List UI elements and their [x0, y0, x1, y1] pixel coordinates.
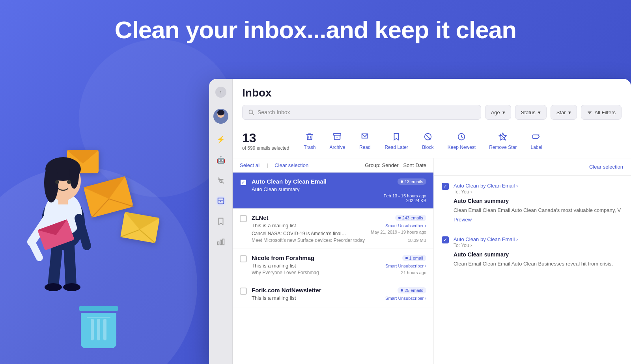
search-icon — [248, 109, 254, 115]
group-meta-zlnet: 18.39 MB — [408, 238, 426, 243]
group-preview-zlnet: Meet Microsoft's new Surface devices: Pr… — [252, 238, 365, 243]
detail-preview-link-1[interactable]: Preview — [442, 217, 623, 223]
keep-newest-icon — [457, 132, 466, 143]
svg-point-32 — [215, 118, 226, 124]
clear-selection-btn[interactable]: Clear selection — [274, 162, 308, 168]
group-sender-name-nicole: Nicole from Forshmag — [252, 254, 314, 261]
group-unsubscribe-zlnet[interactable]: Smart Unsubscriber › — [385, 223, 426, 228]
sidebar: › ⚡ 🤖 — [209, 79, 233, 364]
detail-panel-header: Clear selection — [434, 158, 631, 176]
group-by-btn[interactable]: Group: Sender — [365, 162, 398, 168]
email-group-zlnet[interactable]: ZLNet 243 emails This is a mailing list … — [233, 209, 433, 249]
archive-action-btn[interactable]: Archive — [324, 129, 351, 153]
email-list-area: Select all | Clear selection Group: Send… — [233, 158, 631, 364]
group-checkbox-forik[interactable] — [240, 288, 247, 295]
group-sender-name: Auto Clean by Clean Email — [252, 178, 327, 185]
user-avatar[interactable] — [213, 109, 228, 124]
svg-point-29 — [55, 180, 59, 184]
status-filter-btn[interactable]: Status ▾ — [515, 105, 547, 120]
read-later-icon — [392, 132, 401, 143]
sidebar-icon-bookmark[interactable] — [216, 217, 226, 226]
group-preview-nicole: Why Everyone Loves Forshmag — [252, 270, 319, 275]
detail-email-item-2: ✓ Auto Clean by Clean Email › To: You › … — [434, 229, 631, 275]
group-sender-name-forik: Forik.com NotNewsletter — [252, 287, 321, 293]
selected-number: 13 — [242, 132, 289, 144]
group-email-count-zlnet: 243 emails — [395, 215, 426, 221]
list-controls: Select all | Clear selection Group: Send… — [233, 158, 433, 173]
email-group-nicole[interactable]: Nicole from Forshmag 1 email This is a m… — [233, 249, 433, 281]
svg-point-25 — [45, 283, 62, 291]
detail-to-1: To: You › — [454, 189, 623, 195]
sidebar-icon-auto[interactable]: 🤖 — [216, 155, 226, 165]
group-unsubscribe-forik[interactable]: Smart Unsubscriber › — [385, 296, 426, 301]
group-sender-name-zlnet: ZLNet — [252, 214, 269, 221]
group-unsubscribe-nicole[interactable]: Smart Unsubscriber › — [385, 264, 426, 268]
person-illustration — [0, 57, 205, 364]
trash-action-btn[interactable]: Trash — [298, 129, 321, 153]
svg-point-33 — [217, 110, 224, 115]
search-row: Search Inbox Age ▾ Status ▾ Star ▾ — [242, 105, 622, 120]
search-bar[interactable]: Search Inbox — [242, 105, 481, 120]
email-groups-panel: Select all | Clear selection Group: Send… — [233, 158, 434, 364]
age-filter-btn[interactable]: Age ▾ — [485, 105, 511, 120]
sidebar-toggle-btn[interactable]: › — [215, 87, 226, 98]
svg-line-22 — [79, 218, 87, 246]
sidebar-icon-mute[interactable] — [216, 176, 226, 185]
inbox-title: Inbox — [242, 87, 622, 99]
svg-rect-35 — [217, 242, 219, 245]
archive-icon — [333, 132, 342, 143]
read-later-action-btn[interactable]: Read Later — [379, 129, 413, 153]
remove-star-action-btn[interactable]: Remove Star — [484, 129, 522, 153]
detail-sender-name-2[interactable]: Auto Clean by Clean Email › — [454, 236, 518, 242]
group-subject-nicole: This is a mailing list — [252, 263, 296, 269]
sidebar-icon-flash[interactable]: ⚡ — [216, 135, 226, 144]
svg-line-21 — [32, 242, 39, 258]
svg-line-23 — [53, 246, 57, 285]
svg-rect-43 — [334, 134, 341, 136]
label-icon — [532, 132, 541, 143]
group-subject: Auto Clean summary — [252, 186, 299, 192]
search-placeholder: Search Inbox — [258, 109, 290, 115]
detail-clear-selection-btn[interactable]: Clear selection — [589, 164, 623, 170]
block-action-btn[interactable]: Block — [416, 129, 440, 153]
detail-subject-1: Auto Clean summary — [442, 198, 623, 204]
main-content: Inbox Search Inbox Age ▾ Status ▾ — [233, 79, 631, 364]
svg-line-46 — [425, 134, 431, 139]
svg-point-18 — [69, 161, 79, 189]
detail-checkbox-2[interactable]: ✓ — [442, 236, 449, 243]
detail-email-item-1: ✓ Auto Clean by Clean Email › To: You › … — [434, 176, 631, 229]
read-action-btn[interactable]: Read — [353, 129, 377, 153]
sidebar-icon-stats[interactable] — [216, 237, 226, 247]
svg-line-24 — [69, 246, 71, 285]
email-group-forik[interactable]: Forik.com NotNewsletter 25 emails This i… — [233, 281, 433, 308]
remove-star-icon — [498, 132, 507, 143]
group-checkbox-nicole[interactable] — [240, 255, 247, 262]
svg-point-30 — [67, 180, 71, 184]
email-detail-panel: Clear selection ✓ Auto Clean by Clean Em… — [434, 158, 631, 364]
svg-rect-36 — [220, 240, 222, 245]
svg-line-39 — [252, 113, 254, 115]
select-all-btn[interactable]: Select all — [240, 162, 261, 168]
sort-by-btn[interactable]: Sort: Date — [403, 162, 426, 168]
action-toolbar: 13 of 699 emails selected Trash Archive — [233, 125, 631, 158]
label-action-btn[interactable]: Label — [525, 129, 548, 153]
keep-newest-action-btn[interactable]: Keep Newest — [442, 129, 481, 153]
svg-point-38 — [249, 110, 253, 114]
selected-label: of 699 emails selected — [242, 145, 289, 151]
star-filter-btn[interactable]: Star ▾ — [551, 105, 577, 120]
group-meta: Feb 13 - 15 hours ago 202.24 KB — [384, 193, 426, 203]
group-checkbox-zlnet[interactable] — [240, 215, 247, 222]
group-meta-nicole: 21 hours ago — [401, 270, 426, 275]
svg-rect-19 — [58, 197, 68, 204]
group-checkbox-auto-clean[interactable]: ✓ — [240, 179, 247, 186]
all-filters-btn[interactable]: All Filters — [581, 105, 622, 120]
detail-subject-2: Auto Clean summary — [442, 251, 623, 258]
detail-sender-name-1[interactable]: Auto Clean by Clean Email › — [454, 183, 518, 189]
email-group-auto-clean[interactable]: ✓ Auto Clean by Clean Email 13 emails Au… — [233, 173, 433, 209]
sidebar-icon-inbox[interactable] — [216, 196, 226, 206]
svg-point-26 — [63, 283, 80, 291]
detail-body-1: Clean Email Clean Email Auto Clean Canad… — [442, 206, 623, 214]
detail-to-2: To: You › — [454, 243, 623, 248]
detail-checkbox-1[interactable]: ✓ — [442, 183, 449, 190]
read-icon — [360, 132, 369, 143]
